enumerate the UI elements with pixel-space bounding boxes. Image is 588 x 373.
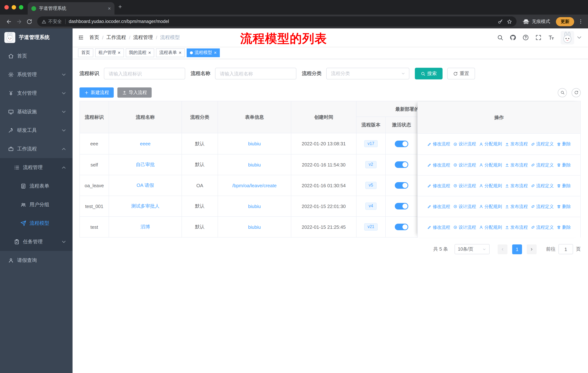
sidebar-item-yen[interactable]: 支付管理 [0, 84, 73, 102]
action-design[interactable]: 设计流程 [453, 162, 476, 168]
browser-menu-button[interactable] [577, 19, 584, 24]
tab-close-icon[interactable]: × [108, 5, 111, 11]
action-trash[interactable]: 删除 [557, 224, 571, 230]
process-name-link[interactable]: OA 请假 [136, 182, 154, 189]
action-publish[interactable]: 发布流程 [505, 162, 528, 168]
back-button[interactable] [4, 16, 14, 27]
tag[interactable]: 流程模型 × [187, 48, 220, 57]
password-key-icon[interactable] [498, 19, 503, 24]
action-publish[interactable]: 发布流程 [505, 141, 528, 147]
action-design[interactable]: 设计流程 [453, 203, 476, 210]
import-process-button[interactable]: 导入流程 [117, 87, 152, 98]
action-design[interactable]: 设计流程 [453, 224, 476, 230]
browser-update-button[interactable]: 更新 [556, 17, 574, 26]
address-bar[interactable]: 不安全 dashboard.yudao.iocoder.cn/bpm/manag… [37, 16, 516, 27]
action-define[interactable]: 流程定义 [531, 141, 554, 147]
reload-button[interactable] [24, 16, 34, 27]
process-name-input[interactable] [215, 68, 296, 80]
font-size-icon[interactable] [548, 34, 555, 41]
action-assign[interactable]: 分配规则 [479, 141, 502, 147]
action-trash[interactable]: 删除 [557, 162, 571, 168]
form-info-link[interactable]: biubiu [248, 162, 261, 167]
tag-close-icon[interactable]: × [148, 50, 151, 55]
maximize-window-button[interactable] [19, 5, 23, 10]
sidebar-collapse-icon[interactable] [78, 35, 84, 40]
active-status-toggle[interactable] [395, 161, 408, 168]
action-define[interactable]: 流程定义 [531, 162, 554, 168]
forward-button[interactable] [14, 16, 24, 27]
goto-page-input[interactable] [558, 244, 573, 254]
action-edit[interactable]: 修改流程 [427, 141, 450, 147]
sidebar-item-model[interactable]: 流程模型 [0, 214, 73, 232]
action-define[interactable]: 流程定义 [531, 224, 554, 230]
form-info-link[interactable]: biubiu [248, 141, 261, 146]
search-icon[interactable] [497, 34, 504, 41]
bookmark-star-icon[interactable] [507, 19, 512, 24]
close-window-button[interactable] [4, 5, 9, 10]
minimize-window-button[interactable] [12, 5, 16, 10]
action-trash[interactable]: 删除 [557, 183, 571, 189]
process-name-link[interactable]: 自己审批 [136, 161, 155, 168]
form-info-link[interactable]: /bpm/oa/leave/create [232, 183, 277, 188]
tag-close-icon[interactable]: × [179, 50, 181, 55]
process-name-link[interactable]: 测试多审批人 [131, 203, 159, 210]
active-status-toggle[interactable] [395, 141, 408, 147]
action-publish[interactable]: 发布流程 [505, 203, 528, 210]
action-assign[interactable]: 分配规则 [479, 162, 502, 168]
sidebar-item-home[interactable]: 首页 [0, 47, 73, 65]
breadcrumb-item[interactable]: 流程管理 [133, 34, 153, 41]
user-menu[interactable] [561, 31, 583, 44]
next-page-button[interactable] [527, 244, 537, 254]
action-define[interactable]: 流程定义 [531, 203, 554, 210]
action-assign[interactable]: 分配规则 [479, 224, 502, 230]
category-select[interactable]: 流程分类 [326, 68, 409, 80]
fullscreen-icon[interactable] [535, 34, 542, 41]
breadcrumb-item[interactable]: 工作流程 [106, 34, 126, 41]
new-tab-button[interactable] [115, 4, 126, 10]
sidebar-item-form[interactable]: 流程表单 [0, 177, 73, 195]
sidebar-item-group[interactable]: 用户分组 [0, 195, 73, 214]
tag[interactable]: 租户管理 × [95, 48, 124, 57]
tag[interactable]: 流程表单 × [156, 48, 185, 57]
action-assign[interactable]: 分配规则 [479, 203, 502, 210]
process-name-link[interactable]: eeee [140, 141, 151, 146]
active-status-toggle[interactable] [395, 182, 408, 189]
create-process-button[interactable]: 新建流程 [79, 87, 114, 98]
form-info-link[interactable]: biubiu [248, 224, 261, 230]
process-name-link[interactable]: 滔博 [141, 224, 150, 230]
action-trash[interactable]: 删除 [557, 141, 571, 147]
breadcrumb-item[interactable]: 首页 [89, 34, 99, 41]
page-size-select[interactable]: 10条/页 [455, 244, 490, 254]
sidebar-item-tool[interactable]: 研发工具 [0, 121, 73, 140]
help-icon[interactable] [522, 34, 529, 41]
sidebar-item-gear[interactable]: 系统管理 [0, 65, 73, 84]
action-design[interactable]: 设计流程 [453, 183, 476, 189]
action-edit[interactable]: 修改流程 [427, 203, 450, 210]
browser-tab[interactable]: 芋道管理系统 × [28, 2, 115, 15]
toggle-search-button[interactable] [558, 88, 567, 97]
tag-close-icon[interactable]: × [214, 50, 217, 55]
refresh-table-button[interactable] [572, 88, 581, 97]
sidebar-item-user[interactable]: 请假查询 [0, 251, 73, 270]
action-edit[interactable]: 修改流程 [427, 162, 450, 168]
page-number-1[interactable]: 1 [512, 244, 522, 254]
tag[interactable]: 首页 [78, 48, 93, 57]
active-status-toggle[interactable] [395, 224, 408, 230]
action-publish[interactable]: 发布流程 [505, 183, 528, 189]
action-assign[interactable]: 分配规则 [479, 183, 502, 189]
action-trash[interactable]: 删除 [557, 203, 571, 210]
form-info-link[interactable]: biubiu [248, 203, 261, 209]
action-publish[interactable]: 发布流程 [505, 224, 528, 230]
active-status-toggle[interactable] [395, 203, 408, 210]
prev-page-button[interactable] [498, 244, 507, 254]
sidebar-item-task[interactable]: 任务管理 [0, 232, 73, 251]
action-define[interactable]: 流程定义 [531, 183, 554, 189]
reset-button[interactable]: 重置 [447, 68, 475, 80]
security-indicator[interactable]: 不安全 [42, 18, 62, 25]
sidebar-item-workflow[interactable]: 工作流程 [0, 140, 73, 158]
search-button[interactable]: 搜索 [415, 68, 442, 80]
action-edit[interactable]: 修改流程 [427, 224, 450, 230]
github-icon[interactable] [510, 34, 516, 41]
tag-close-icon[interactable]: × [118, 50, 120, 55]
tag[interactable]: 我的流程 × [126, 48, 154, 57]
